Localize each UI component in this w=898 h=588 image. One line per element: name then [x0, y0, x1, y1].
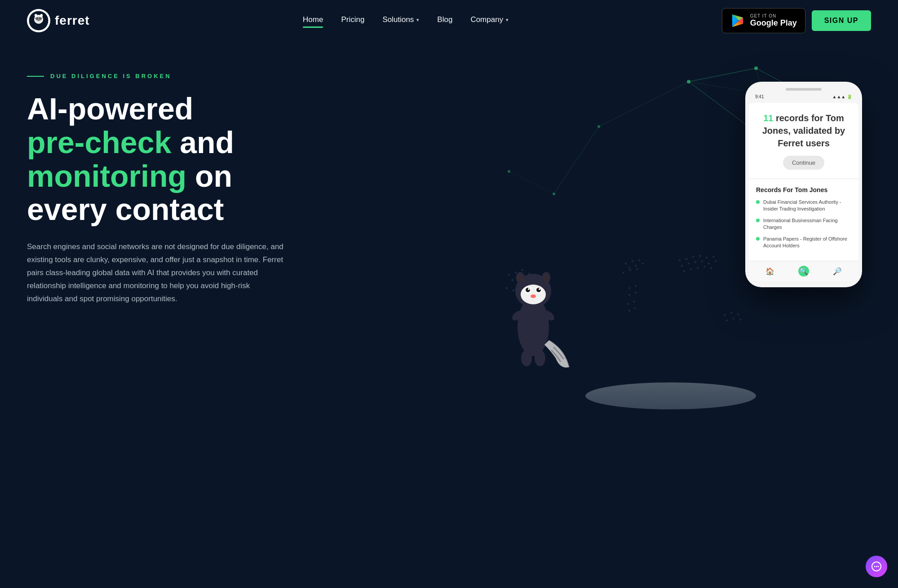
svg-point-116 [874, 566, 876, 567]
hero-title-line2: pre-check and [27, 126, 466, 159]
svg-point-75 [686, 258, 687, 260]
hero-title-line1: AI-powered [27, 92, 466, 126]
phone-nav-search[interactable]: 🔍 [798, 266, 809, 276]
google-play-icon [730, 13, 746, 28]
brand-name: ferret [55, 13, 90, 28]
svg-point-28 [597, 125, 600, 128]
record-dot-1 [756, 200, 760, 204]
logo[interactable]: ferret [27, 9, 90, 32]
svg-point-71 [633, 301, 635, 303]
phone-record-item: Dubai Financial Services Authority - Ins… [756, 199, 851, 213]
phone-records-title: Records For Tom Jones [756, 186, 851, 193]
phone-nav-search2[interactable]: 🔎 [832, 266, 843, 276]
svg-point-94 [726, 320, 728, 321]
phone-time: 9:41 [755, 94, 764, 99]
nav-home[interactable]: Home [303, 15, 323, 26]
svg-point-95 [733, 318, 734, 320]
signup-button[interactable]: SIGN UP [812, 10, 871, 31]
record-dot-3 [756, 237, 760, 241]
tagline-line-decoration [27, 76, 44, 77]
ferret-mascot [493, 237, 574, 382]
record-dot-2 [756, 219, 760, 222]
svg-point-60 [628, 267, 630, 269]
svg-point-62 [642, 263, 644, 264]
svg-point-86 [683, 270, 685, 272]
phone-indicators: ▲▲▲ 🔋 [832, 94, 852, 99]
record-text-3: Panama Papers - Register of Offshore Acc… [763, 236, 851, 250]
phone-record-count: 11 records for Tom Jones, validated by F… [756, 112, 851, 149]
svg-point-118 [878, 566, 879, 567]
header: ferret Home Pricing Solutions ▾ Blog Com… [0, 0, 898, 41]
nav-company[interactable]: Company ▾ [470, 15, 509, 26]
nav-pricing[interactable]: Pricing [341, 15, 364, 26]
svg-point-76 [692, 256, 694, 258]
company-chevron: ▾ [506, 17, 509, 23]
chat-button[interactable] [866, 556, 887, 577]
nav-solutions[interactable]: Solutions ▾ [382, 15, 419, 26]
svg-point-30 [508, 170, 510, 173]
record-text-1: Dubai Financial Services Authority - Ins… [763, 199, 851, 213]
svg-point-67 [635, 285, 637, 287]
hero-title-line4: every contact [27, 193, 466, 226]
google-play-button[interactable]: GET IT ON Google Play [722, 8, 805, 33]
phone-nav-home[interactable]: 🏠 [765, 266, 775, 276]
svg-point-113 [521, 350, 532, 366]
svg-point-89 [703, 266, 705, 268]
hero-description: Search engines and social networks are n… [27, 241, 288, 305]
svg-line-17 [689, 68, 756, 82]
svg-point-90 [710, 267, 712, 269]
svg-point-78 [706, 257, 708, 259]
phone-continue-btn[interactable]: Continue [783, 156, 824, 170]
hero-tagline: DUE DILIGENCE IS BROKEN [27, 73, 466, 79]
hero-visual: 9:41 ▲▲▲ 🔋 11 records for Tom Jones, val… [466, 59, 871, 463]
record-text-2: International Businessman Facing Charges [763, 217, 851, 231]
svg-point-58 [632, 260, 633, 262]
phone-top-section: 11 records for Tom Jones, validated by F… [749, 103, 858, 179]
hero-content: DUE DILIGENCE IS BROKEN AI-powered pre-c… [27, 59, 466, 306]
svg-point-59 [638, 259, 640, 261]
svg-point-84 [708, 263, 710, 264]
svg-point-77 [699, 255, 701, 257]
chat-icon [871, 561, 882, 572]
svg-point-80 [681, 265, 683, 267]
svg-point-57 [625, 263, 627, 264]
phone-records-section: Records For Tom Jones Dubai Financial Se… [749, 179, 858, 261]
svg-point-64 [629, 269, 631, 271]
svg-point-66 [628, 287, 630, 289]
header-actions: GET IT ON Google Play SIGN UP [722, 8, 871, 33]
svg-point-72 [628, 310, 630, 312]
nav-blog[interactable]: Blog [437, 15, 452, 26]
svg-point-79 [712, 256, 714, 258]
svg-point-102 [526, 288, 530, 292]
svg-point-24 [687, 80, 690, 83]
svg-point-105 [539, 288, 540, 290]
hero-title: AI-powered pre-check and monitoring on e… [27, 92, 466, 226]
svg-point-65 [636, 268, 638, 270]
svg-point-7 [38, 20, 40, 21]
solutions-chevron: ▾ [416, 17, 419, 23]
svg-point-104 [528, 288, 530, 290]
svg-point-92 [730, 312, 732, 314]
svg-point-27 [754, 66, 758, 70]
svg-point-68 [628, 294, 630, 296]
svg-line-21 [554, 127, 599, 194]
svg-point-114 [535, 350, 545, 366]
phone-mockup: 9:41 ▲▲▲ 🔋 11 records for Tom Jones, val… [745, 82, 862, 287]
phone-status-bar: 9:41 ▲▲▲ 🔋 [749, 94, 858, 103]
phone-notch [786, 88, 822, 91]
svg-line-22 [509, 171, 554, 194]
phone-bottom-nav: 🏠 🔍 🔎 [749, 261, 858, 281]
svg-point-93 [737, 313, 739, 315]
svg-point-82 [695, 261, 696, 263]
svg-line-20 [599, 82, 689, 127]
platform-base [479, 382, 862, 418]
phone-screen: 11 records for Tom Jones, validated by F… [749, 103, 858, 281]
svg-point-91 [724, 314, 725, 316]
main-nav: Home Pricing Solutions ▾ Blog Company ▾ [303, 15, 509, 26]
svg-point-96 [739, 319, 741, 320]
google-play-text: GET IT ON Google Play [750, 13, 797, 28]
svg-point-87 [690, 268, 692, 270]
phone-record-item: International Businessman Facing Charges [756, 217, 851, 231]
svg-point-74 [679, 259, 681, 261]
svg-point-85 [715, 260, 717, 262]
